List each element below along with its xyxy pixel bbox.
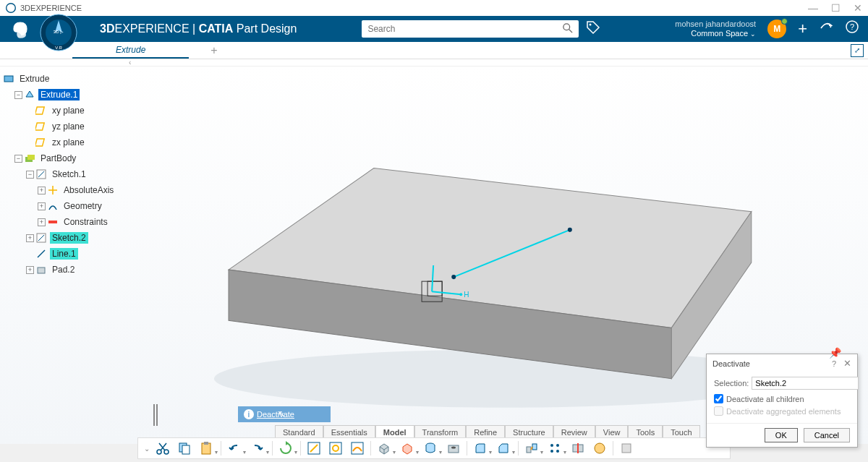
search-icon[interactable]: [563, 23, 573, 35]
add-icon[interactable]: +: [798, 20, 807, 38]
minimize-button[interactable]: —: [808, 2, 818, 14]
splitter[interactable]: ‹: [0, 59, 868, 67]
dialog-close-icon[interactable]: ✕: [843, 358, 851, 369]
svg-rect-15: [27, 155, 35, 160]
ok-button[interactable]: OK: [765, 428, 798, 442]
positioned-sketch-icon[interactable]: [326, 440, 346, 457]
pocket-icon[interactable]: [397, 440, 417, 457]
close-button[interactable]: ✕: [854, 2, 862, 14]
tree-item-axis[interactable]: + AbsoluteAxis: [3, 182, 138, 198]
svg-rect-17: [48, 221, 57, 223]
action-toolbar: ⌄ ▾ ▾ ▾ ▾ ▾ ▾ ▾ ▾ ▾ ▾ ▾: [137, 437, 731, 459]
svg-line-6: [569, 29, 572, 32]
info-icon: i: [244, 409, 254, 419]
svg-point-49: [550, 444, 553, 447]
tree-item-sketch2[interactable]: + Sketch.2: [3, 230, 138, 246]
dropdown-handle-icon[interactable]: ⌄: [142, 440, 151, 457]
transform-icon[interactable]: [522, 440, 542, 457]
svg-text:3D ▷: 3D ▷: [54, 30, 64, 34]
svg-point-7: [590, 23, 592, 25]
dialog-title: Deactivate: [712, 359, 750, 368]
deactivate-dialog: 📌 Deactivate ? ✕ Selection: Deactivate a…: [706, 354, 858, 448]
svg-rect-48: [532, 444, 537, 450]
spec-tree[interactable]: Extrude − Extrude.1 xy plane yz plane zx…: [0, 67, 141, 444]
chamfer-icon[interactable]: [493, 440, 514, 457]
svg-rect-11: [35, 107, 44, 114]
toolbar-drag-handle[interactable]: [153, 404, 155, 426]
svg-point-52: [556, 450, 559, 453]
avatar[interactable]: M: [767, 20, 786, 38]
pin-icon[interactable]: 📌: [829, 347, 841, 359]
deactivate-aggregated-checkbox: Deactivate aggregated elements: [714, 406, 850, 416]
svg-point-0: [7, 4, 14, 12]
svg-rect-13: [35, 139, 44, 146]
svg-rect-56: [622, 444, 631, 453]
svg-text:?: ?: [850, 22, 854, 31]
user-info[interactable]: mohsen jahandardoost Common Space ⌄: [675, 20, 756, 38]
sketch-icon[interactable]: [304, 440, 324, 457]
svg-rect-39: [204, 442, 208, 445]
last-tool-icon[interactable]: [616, 440, 637, 457]
window-titlebar: 3DEXPERIENCE — ☐ ✕: [0, 0, 868, 16]
redo-icon[interactable]: [247, 440, 268, 457]
share-icon[interactable]: [819, 20, 833, 38]
cut-icon[interactable]: [153, 440, 173, 457]
split-icon[interactable]: [568, 440, 588, 457]
svg-rect-12: [35, 123, 44, 130]
app-header: V.R 3D ▷ 3DEXPERIENCE | CATIA Part Desig…: [0, 16, 868, 42]
deactivate-children-checkbox[interactable]: Deactivate all children: [714, 394, 850, 403]
brand-title: 3DEXPERIENCE | CATIA Part Design: [100, 22, 297, 35]
natural-shape-icon[interactable]: [347, 440, 367, 457]
svg-point-51: [550, 450, 553, 453]
svg-rect-47: [527, 447, 531, 453]
tree-item-zx[interactable]: zx plane: [3, 134, 138, 150]
shaft-icon[interactable]: [420, 440, 441, 457]
svg-rect-37: [182, 445, 190, 454]
svg-point-55: [595, 443, 605, 453]
tab-extrude[interactable]: Extrude: [72, 42, 189, 59]
tree-root[interactable]: Extrude: [3, 71, 138, 87]
tree-item-pad2[interactable]: + Pad.2: [3, 262, 138, 278]
tag-icon[interactable]: [586, 20, 600, 38]
paste-icon[interactable]: [196, 440, 216, 457]
tree-item-partbody[interactable]: − PartBody: [3, 150, 138, 166]
dialog-help-icon[interactable]: ?: [832, 359, 836, 368]
fillet-icon[interactable]: [470, 440, 490, 457]
svg-rect-10: [4, 76, 13, 82]
fullscreen-toggle[interactable]: ⤢: [851, 44, 864, 57]
tree-item-line1[interactable]: Line.1: [3, 246, 138, 262]
compass-icon[interactable]: V.R 3D ▷: [39, 13, 78, 52]
help-icon[interactable]: ?: [845, 20, 859, 38]
svg-point-29: [459, 293, 462, 296]
svg-line-19: [38, 250, 45, 257]
undo-icon[interactable]: [224, 440, 244, 457]
material-icon[interactable]: [590, 440, 610, 457]
add-tab-button[interactable]: +: [210, 44, 217, 57]
update-icon[interactable]: [276, 440, 296, 457]
app-title: 3DEXPERIENCE: [20, 4, 82, 12]
cancel-button[interactable]: Cancel: [804, 428, 850, 442]
tree-item-extrude1[interactable]: − Extrude.1: [3, 87, 138, 103]
tree-item-yz[interactable]: yz plane: [3, 119, 138, 134]
svg-text:H: H: [464, 291, 469, 299]
maximize-button[interactable]: ☐: [831, 2, 841, 14]
pad-icon[interactable]: [374, 440, 394, 457]
tree-item-constraints[interactable]: + Constraints: [3, 214, 138, 230]
tree-item-geometry[interactable]: + Geometry: [3, 198, 138, 214]
svg-rect-41: [330, 442, 341, 454]
svg-rect-38: [202, 443, 210, 454]
tree-item-xy[interactable]: xy plane: [3, 103, 138, 119]
search-box[interactable]: [362, 20, 579, 38]
document-tabs: Extrude + ⤢: [0, 42, 868, 59]
pattern-icon[interactable]: [545, 440, 565, 457]
search-input[interactable]: [367, 24, 563, 34]
svg-point-33: [568, 228, 572, 232]
selection-input[interactable]: [752, 377, 859, 390]
selection-label: Selection:: [714, 379, 749, 388]
hole-icon[interactable]: [443, 440, 464, 457]
svg-rect-20: [38, 268, 45, 273]
svg-point-32: [451, 275, 456, 279]
svg-point-46: [451, 447, 456, 449]
copy-icon[interactable]: [174, 440, 195, 457]
tree-item-sketch1[interactable]: − Sketch.1: [3, 166, 138, 182]
